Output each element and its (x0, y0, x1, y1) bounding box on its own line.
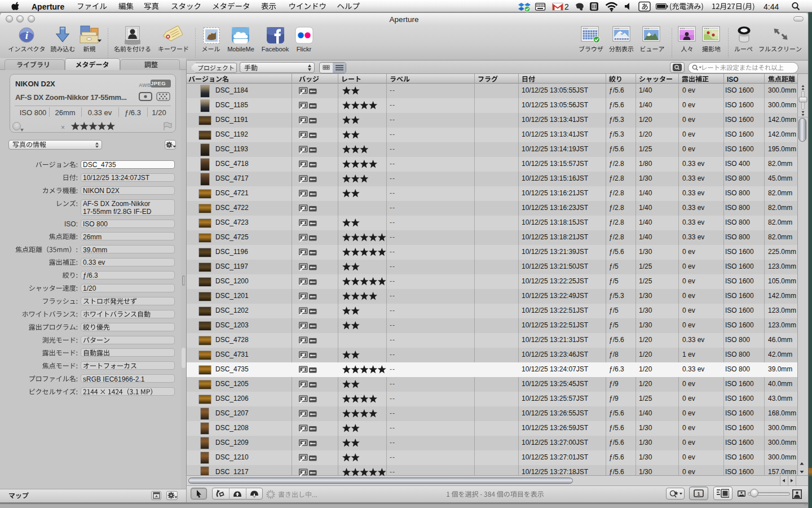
svg-text:i: i (25, 29, 29, 41)
